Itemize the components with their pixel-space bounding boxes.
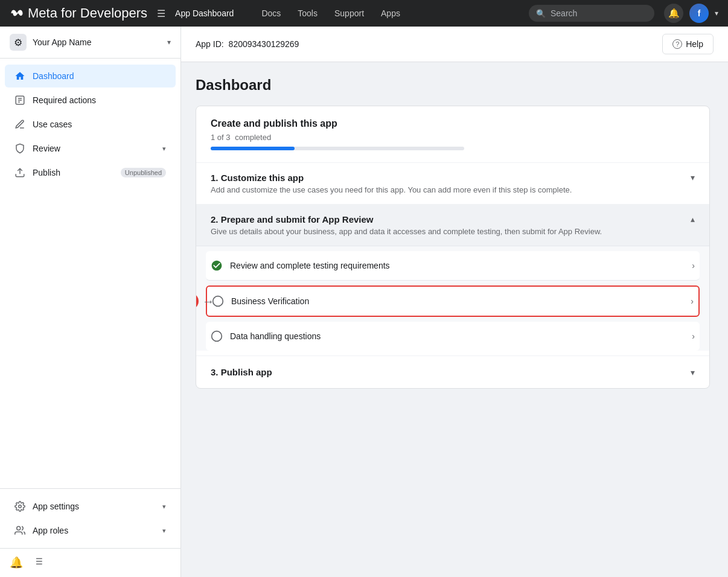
app-selector[interactable]: ⚙ Your App Name ▾ [0,27,180,59]
app-id-text: App ID: 820093430129269 [196,39,299,49]
main-content: Dashboard Create and publish this app 1 … [181,62,728,577]
section-review-text: 2. Prepare and submit for App Review Giv… [211,214,602,236]
brand-text: Meta for Developers [28,5,147,21]
app-settings-caret: ▾ [162,503,166,511]
verification-arrow: › [691,296,694,306]
review-label: Review [33,144,155,153]
avatar-dropdown[interactable]: ▾ [715,9,718,18]
page-title: Dashboard [196,77,710,94]
sub-item-testing[interactable]: Review and complete testing requirements… [206,251,700,281]
data-handling-label: Data handling questions [230,331,685,341]
card-header[interactable]: Create and publish this app 1 of 3 compl… [196,106,709,162]
section-customize: 1. Customize this app Add and customize … [196,162,709,204]
section-review-body: Review and complete testing requirements… [196,246,709,351]
svg-point-9 [212,331,222,342]
required-actions-label: Required actions [33,95,166,105]
business-verification-wrap: 1 → Business Verification › [206,285,700,317]
section-publish: 3. Publish app ▾ [196,355,709,388]
testing-status-icon [211,260,223,272]
progress-text: 1 of 3 [211,133,231,142]
main-inner: Dashboard Create and publish this app 1 … [181,62,724,413]
app-id-label: App ID: [196,39,224,49]
top-nav-icons: 🔔 f ▾ [664,4,718,23]
avatar[interactable]: f [689,4,709,23]
footer-bell-icon[interactable]: 🔔 [10,556,23,570]
section-publish-title: 3. Publish app [211,367,272,377]
progress-bar [211,147,464,150]
help-button[interactable]: ? Help [662,34,714,54]
search-box: 🔍 [529,5,654,22]
section-publish-caret[interactable]: ▾ [691,368,695,377]
sidebar-item-app-settings[interactable]: App settings ▾ [5,495,176,518]
sidebar-nav: Dashboard Required actions Use cases Rev… [0,59,180,278]
publish-badge: Unpublished [121,168,166,177]
verification-label: Business Verification [231,296,683,306]
app-icon: ⚙ [10,34,27,51]
nav-docs[interactable]: Docs [255,5,287,22]
section-1-num: 1. [211,173,219,183]
section-review-desc: Give us details about your business, app… [211,227,602,236]
review-caret: ▾ [162,145,166,153]
publish-label: Publish [33,168,113,177]
section-2-num: 2. [211,214,219,225]
sidebar-item-publish[interactable]: Publish Unpublished [5,161,176,184]
app-roles-caret: ▾ [162,527,166,535]
section-customize-caret[interactable]: ▾ [691,173,695,182]
app-id-bar: App ID: 820093430129269 ? Help [181,27,728,62]
data-handling-status-icon [211,330,223,342]
nav-tools[interactable]: Tools [292,5,324,22]
review-icon [14,143,25,154]
section-customize-header[interactable]: 1. Customize this app Add and customize … [196,163,709,204]
section-customize-desc: Add and customize the use cases you need… [211,185,572,194]
testing-label: Review and complete testing requirements [230,261,685,270]
section-2-title: Prepare and submit for App Review [221,214,374,225]
section-publish-header[interactable]: 3. Publish app ▾ [196,356,709,388]
data-handling-arrow: › [692,331,695,341]
publish-icon [14,167,25,178]
nav-apps[interactable]: Apps [375,5,406,22]
sub-item-data-handling[interactable]: Data handling questions › [206,322,700,351]
section-3-num: 3. [211,367,219,377]
app-selector-caret: ▾ [167,38,171,46]
sidebar: ⚙ Your App Name ▾ Dashboard Required act… [0,27,181,577]
app-dashboard-label: App Dashboard [175,8,234,18]
use-cases-icon [14,119,25,130]
section-3-title: Publish app [221,367,272,377]
notifications-bell[interactable]: 🔔 [664,4,683,23]
progress-bar-fill [211,147,295,150]
progress-info: 1 of 3 completed [211,133,464,142]
dashboard-label: Dashboard [33,71,166,81]
top-nav-links: Docs Tools Support Apps [255,5,406,22]
section-review: 2. Prepare and submit for App Review Giv… [196,204,709,351]
sidebar-bottom-nav: App settings ▾ App roles ▾ [0,488,180,548]
search-input[interactable] [551,8,647,18]
menu-icon[interactable]: ☰ [157,8,165,19]
meta-logo: Meta for Developers [10,5,147,21]
meta-infinity-icon [10,6,24,21]
step-indicator: 1 → [196,293,214,310]
section-1-title: Customize this app [221,173,304,183]
help-label: Help [686,39,703,49]
layout: ⚙ Your App Name ▾ Dashboard Required act… [0,27,728,577]
app-roles-label: App roles [33,526,155,535]
step-arrow: → [202,295,214,308]
step-badge: 1 [196,293,199,310]
sidebar-item-use-cases[interactable]: Use cases [5,113,176,136]
footer-list-icon[interactable] [33,556,43,570]
search-icon: 🔍 [536,9,546,18]
sub-item-business-verification[interactable]: Business Verification › [206,285,700,317]
app-name: Your App Name [33,37,161,47]
sidebar-item-review[interactable]: Review ▾ [5,137,176,160]
help-icon: ? [672,39,682,49]
section-customize-title: 1. Customize this app [211,173,572,183]
testing-arrow: › [692,261,695,270]
svg-point-8 [213,296,223,307]
sidebar-item-required-actions[interactable]: Required actions [5,89,176,112]
nav-support[interactable]: Support [328,5,370,22]
sidebar-item-dashboard[interactable]: Dashboard [5,65,176,88]
section-review-caret[interactable]: ▴ [691,214,695,224]
section-review-header[interactable]: 2. Prepare and submit for App Review Giv… [196,205,709,246]
sidebar-item-app-roles[interactable]: App roles ▾ [5,519,176,542]
content-wrapper: App ID: 820093430129269 ? Help Dashboard… [181,27,728,577]
top-nav: Meta for Developers ☰ App Dashboard Docs… [0,0,728,27]
